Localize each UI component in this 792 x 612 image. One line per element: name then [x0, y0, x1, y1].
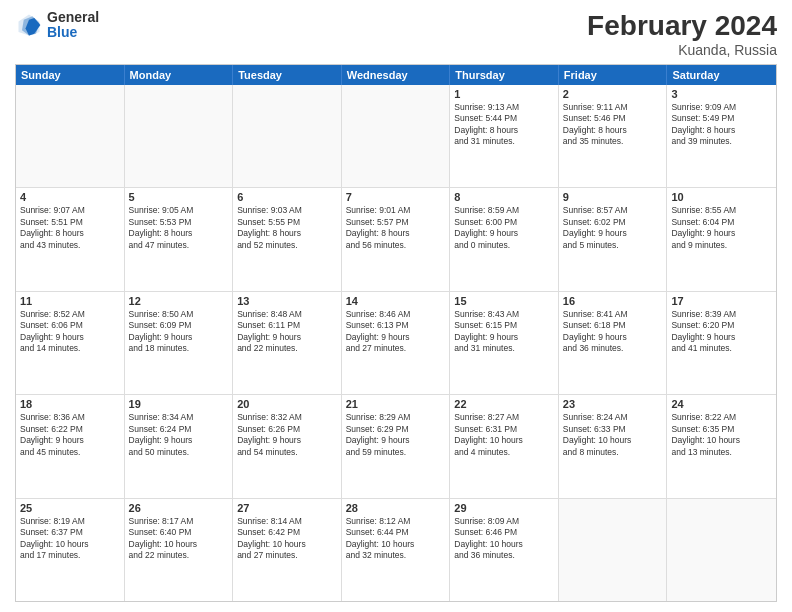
cal-cell	[233, 85, 342, 187]
cal-cell: 14Sunrise: 8:46 AM Sunset: 6:13 PM Dayli…	[342, 292, 451, 394]
cal-cell	[16, 85, 125, 187]
cell-text: Sunrise: 8:48 AM Sunset: 6:11 PM Dayligh…	[237, 309, 337, 355]
cal-cell	[667, 499, 776, 601]
day-number: 12	[129, 295, 229, 307]
cal-cell	[125, 85, 234, 187]
cal-cell: 7Sunrise: 9:01 AM Sunset: 5:57 PM Daylig…	[342, 188, 451, 290]
main-title: February 2024	[587, 10, 777, 42]
cal-cell: 19Sunrise: 8:34 AM Sunset: 6:24 PM Dayli…	[125, 395, 234, 497]
cal-header-friday: Friday	[559, 65, 668, 85]
day-number: 29	[454, 502, 554, 514]
cal-cell: 18Sunrise: 8:36 AM Sunset: 6:22 PM Dayli…	[16, 395, 125, 497]
subtitle: Kuanda, Russia	[587, 42, 777, 58]
logo: General Blue	[15, 10, 99, 41]
cell-text: Sunrise: 8:12 AM Sunset: 6:44 PM Dayligh…	[346, 516, 446, 562]
cell-text: Sunrise: 9:05 AM Sunset: 5:53 PM Dayligh…	[129, 205, 229, 251]
cal-cell: 9Sunrise: 8:57 AM Sunset: 6:02 PM Daylig…	[559, 188, 668, 290]
day-number: 26	[129, 502, 229, 514]
cell-text: Sunrise: 8:32 AM Sunset: 6:26 PM Dayligh…	[237, 412, 337, 458]
logo-blue-text: Blue	[47, 25, 99, 40]
day-number: 23	[563, 398, 663, 410]
cell-text: Sunrise: 9:03 AM Sunset: 5:55 PM Dayligh…	[237, 205, 337, 251]
day-number: 24	[671, 398, 772, 410]
day-number: 11	[20, 295, 120, 307]
day-number: 2	[563, 88, 663, 100]
cal-cell: 12Sunrise: 8:50 AM Sunset: 6:09 PM Dayli…	[125, 292, 234, 394]
cal-cell: 1Sunrise: 9:13 AM Sunset: 5:44 PM Daylig…	[450, 85, 559, 187]
logo-icon	[15, 11, 43, 39]
day-number: 25	[20, 502, 120, 514]
day-number: 22	[454, 398, 554, 410]
cal-row-3: 18Sunrise: 8:36 AM Sunset: 6:22 PM Dayli…	[16, 395, 776, 498]
header: General Blue February 2024 Kuanda, Russi…	[15, 10, 777, 58]
cal-cell	[559, 499, 668, 601]
cell-text: Sunrise: 9:11 AM Sunset: 5:46 PM Dayligh…	[563, 102, 663, 148]
logo-text: General Blue	[47, 10, 99, 41]
cell-text: Sunrise: 8:27 AM Sunset: 6:31 PM Dayligh…	[454, 412, 554, 458]
cell-text: Sunrise: 8:29 AM Sunset: 6:29 PM Dayligh…	[346, 412, 446, 458]
logo-general-text: General	[47, 10, 99, 25]
cell-text: Sunrise: 8:41 AM Sunset: 6:18 PM Dayligh…	[563, 309, 663, 355]
day-number: 4	[20, 191, 120, 203]
cal-header-thursday: Thursday	[450, 65, 559, 85]
day-number: 13	[237, 295, 337, 307]
cell-text: Sunrise: 8:17 AM Sunset: 6:40 PM Dayligh…	[129, 516, 229, 562]
cal-cell: 3Sunrise: 9:09 AM Sunset: 5:49 PM Daylig…	[667, 85, 776, 187]
cal-row-0: 1Sunrise: 9:13 AM Sunset: 5:44 PM Daylig…	[16, 85, 776, 188]
day-number: 27	[237, 502, 337, 514]
day-number: 16	[563, 295, 663, 307]
cal-cell: 8Sunrise: 8:59 AM Sunset: 6:00 PM Daylig…	[450, 188, 559, 290]
cell-text: Sunrise: 8:55 AM Sunset: 6:04 PM Dayligh…	[671, 205, 772, 251]
cell-text: Sunrise: 9:01 AM Sunset: 5:57 PM Dayligh…	[346, 205, 446, 251]
cal-row-2: 11Sunrise: 8:52 AM Sunset: 6:06 PM Dayli…	[16, 292, 776, 395]
cal-cell: 4Sunrise: 9:07 AM Sunset: 5:51 PM Daylig…	[16, 188, 125, 290]
cell-text: Sunrise: 9:13 AM Sunset: 5:44 PM Dayligh…	[454, 102, 554, 148]
day-number: 5	[129, 191, 229, 203]
day-number: 8	[454, 191, 554, 203]
day-number: 19	[129, 398, 229, 410]
cell-text: Sunrise: 8:36 AM Sunset: 6:22 PM Dayligh…	[20, 412, 120, 458]
cal-cell: 2Sunrise: 9:11 AM Sunset: 5:46 PM Daylig…	[559, 85, 668, 187]
cal-header-monday: Monday	[125, 65, 234, 85]
cell-text: Sunrise: 8:24 AM Sunset: 6:33 PM Dayligh…	[563, 412, 663, 458]
cal-cell: 17Sunrise: 8:39 AM Sunset: 6:20 PM Dayli…	[667, 292, 776, 394]
calendar: SundayMondayTuesdayWednesdayThursdayFrid…	[15, 64, 777, 602]
cal-cell: 23Sunrise: 8:24 AM Sunset: 6:33 PM Dayli…	[559, 395, 668, 497]
cal-cell: 5Sunrise: 9:05 AM Sunset: 5:53 PM Daylig…	[125, 188, 234, 290]
cell-text: Sunrise: 8:14 AM Sunset: 6:42 PM Dayligh…	[237, 516, 337, 562]
day-number: 21	[346, 398, 446, 410]
day-number: 17	[671, 295, 772, 307]
cal-header-tuesday: Tuesday	[233, 65, 342, 85]
day-number: 6	[237, 191, 337, 203]
cal-cell: 20Sunrise: 8:32 AM Sunset: 6:26 PM Dayli…	[233, 395, 342, 497]
cal-header-sunday: Sunday	[16, 65, 125, 85]
day-number: 7	[346, 191, 446, 203]
cal-cell: 26Sunrise: 8:17 AM Sunset: 6:40 PM Dayli…	[125, 499, 234, 601]
cell-text: Sunrise: 8:57 AM Sunset: 6:02 PM Dayligh…	[563, 205, 663, 251]
day-number: 10	[671, 191, 772, 203]
cell-text: Sunrise: 9:07 AM Sunset: 5:51 PM Dayligh…	[20, 205, 120, 251]
page: General Blue February 2024 Kuanda, Russi…	[0, 0, 792, 612]
cal-cell: 6Sunrise: 9:03 AM Sunset: 5:55 PM Daylig…	[233, 188, 342, 290]
day-number: 15	[454, 295, 554, 307]
cell-text: Sunrise: 8:50 AM Sunset: 6:09 PM Dayligh…	[129, 309, 229, 355]
day-number: 3	[671, 88, 772, 100]
cal-cell: 15Sunrise: 8:43 AM Sunset: 6:15 PM Dayli…	[450, 292, 559, 394]
cell-text: Sunrise: 8:59 AM Sunset: 6:00 PM Dayligh…	[454, 205, 554, 251]
day-number: 1	[454, 88, 554, 100]
cal-cell: 10Sunrise: 8:55 AM Sunset: 6:04 PM Dayli…	[667, 188, 776, 290]
cal-row-4: 25Sunrise: 8:19 AM Sunset: 6:37 PM Dayli…	[16, 499, 776, 601]
cell-text: Sunrise: 8:22 AM Sunset: 6:35 PM Dayligh…	[671, 412, 772, 458]
cal-row-1: 4Sunrise: 9:07 AM Sunset: 5:51 PM Daylig…	[16, 188, 776, 291]
cal-cell: 11Sunrise: 8:52 AM Sunset: 6:06 PM Dayli…	[16, 292, 125, 394]
cal-cell: 27Sunrise: 8:14 AM Sunset: 6:42 PM Dayli…	[233, 499, 342, 601]
cell-text: Sunrise: 8:34 AM Sunset: 6:24 PM Dayligh…	[129, 412, 229, 458]
cal-cell: 28Sunrise: 8:12 AM Sunset: 6:44 PM Dayli…	[342, 499, 451, 601]
calendar-body: 1Sunrise: 9:13 AM Sunset: 5:44 PM Daylig…	[16, 85, 776, 601]
day-number: 18	[20, 398, 120, 410]
cal-cell: 25Sunrise: 8:19 AM Sunset: 6:37 PM Dayli…	[16, 499, 125, 601]
cell-text: Sunrise: 9:09 AM Sunset: 5:49 PM Dayligh…	[671, 102, 772, 148]
cell-text: Sunrise: 8:52 AM Sunset: 6:06 PM Dayligh…	[20, 309, 120, 355]
cal-header-wednesday: Wednesday	[342, 65, 451, 85]
title-block: February 2024 Kuanda, Russia	[587, 10, 777, 58]
